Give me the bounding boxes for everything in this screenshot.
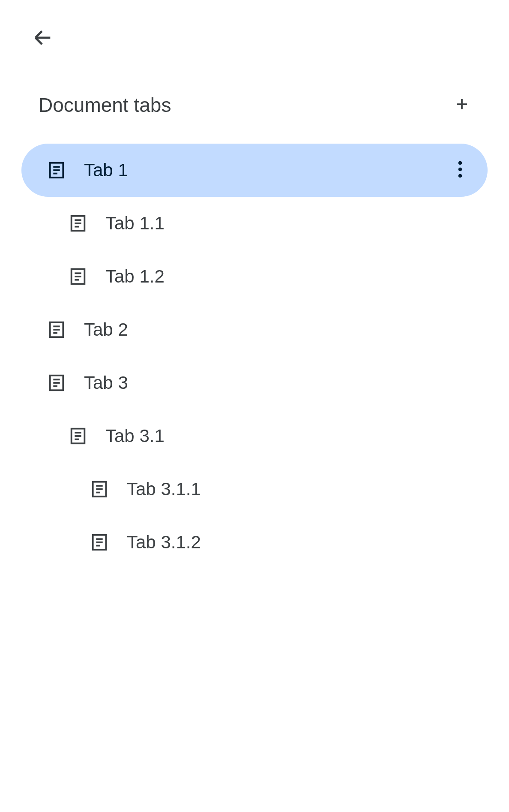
document-icon xyxy=(46,373,67,393)
add-tab-button[interactable] xyxy=(449,92,475,118)
tab-item[interactable]: Tab 3.1.2 xyxy=(21,516,488,569)
tab-label: Tab 3.1.1 xyxy=(127,479,201,499)
back-button[interactable] xyxy=(30,26,56,51)
document-icon xyxy=(68,266,88,287)
tab-label: Tab 3.1.2 xyxy=(127,532,201,553)
tab-item[interactable]: Tab 1.1 xyxy=(21,197,488,250)
svg-point-6 xyxy=(458,174,462,178)
more-vertical-icon xyxy=(458,161,462,180)
document-icon xyxy=(46,160,67,180)
tab-label: Tab 1 xyxy=(84,160,128,180)
tab-item[interactable]: Tab 3.1 xyxy=(21,409,488,463)
panel-title: Document tabs xyxy=(39,93,171,117)
plus-icon xyxy=(454,96,470,114)
more-options-button[interactable] xyxy=(450,160,470,180)
tab-label: Tab 1.2 xyxy=(105,266,165,287)
document-icon xyxy=(68,426,88,446)
tab-item[interactable]: Tab 3.1.1 xyxy=(21,463,488,516)
document-icon xyxy=(46,319,67,340)
tab-label: Tab 2 xyxy=(84,319,128,340)
tab-label: Tab 3.1 xyxy=(105,426,165,446)
tab-item[interactable]: Tab 1.2 xyxy=(21,250,488,303)
tab-item[interactable]: Tab 1 xyxy=(21,144,488,197)
tab-label: Tab 3 xyxy=(84,373,128,393)
svg-point-4 xyxy=(458,161,462,165)
tab-label: Tab 1.1 xyxy=(105,213,165,234)
tab-item[interactable]: Tab 3 xyxy=(21,356,488,409)
panel-header: Document tabs xyxy=(21,92,488,118)
tab-item[interactable]: Tab 2 xyxy=(21,303,488,356)
arrow-left-icon xyxy=(32,27,54,51)
document-icon xyxy=(89,479,110,499)
tabs-list: Tab 1 Tab 1.1 xyxy=(21,144,488,569)
svg-point-5 xyxy=(458,168,462,171)
document-icon xyxy=(68,213,88,234)
document-icon xyxy=(89,532,110,553)
